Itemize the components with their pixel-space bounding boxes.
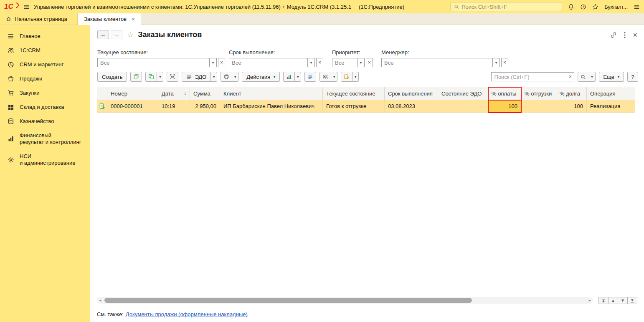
filter-label: Приоритет: bbox=[332, 49, 373, 55]
search-main[interactable] bbox=[578, 72, 589, 82]
column-header-due-date[interactable]: Срок выполнения bbox=[385, 87, 438, 100]
list-search: × bbox=[491, 72, 574, 81]
cell-operation: Реализация bbox=[587, 100, 635, 113]
dropdown-arrow-icon[interactable]: ▾ bbox=[295, 72, 301, 82]
clear-filter-icon[interactable]: × bbox=[316, 58, 323, 67]
sidebar-item-administration[interactable]: НСИ и администрирование bbox=[0, 149, 90, 170]
scroll-right-icon[interactable]: ▸ bbox=[586, 297, 593, 304]
global-search-placeholder: Поиск Ctrl+Shift+F bbox=[461, 4, 507, 10]
create-based-on-main[interactable] bbox=[145, 72, 157, 82]
column-header-edo-state[interactable]: Состояние ЭДО bbox=[438, 87, 488, 100]
sidebar-item-label: 1С:CRM bbox=[20, 47, 41, 54]
back-button[interactable]: ← bbox=[97, 30, 109, 39]
column-date-label: Дата bbox=[162, 91, 174, 97]
posted-document-icon bbox=[99, 103, 105, 109]
scrollbar-thumb[interactable] bbox=[104, 298, 472, 303]
column-header-client[interactable]: Клиент bbox=[220, 87, 323, 100]
filter-priority-value[interactable]: Все bbox=[332, 58, 357, 67]
cell-date: 10:19 bbox=[158, 100, 190, 113]
create-button[interactable]: Создать bbox=[97, 72, 127, 82]
kebab-menu-icon[interactable] bbox=[624, 32, 626, 38]
filter-current-state-value[interactable]: Все bbox=[97, 58, 209, 67]
dropdown-arrow-icon[interactable]: ▾ bbox=[352, 72, 359, 82]
sort-desc-icon[interactable]: ↓ bbox=[184, 91, 186, 96]
edo-main[interactable]: ЭДО bbox=[182, 72, 211, 82]
copy-button[interactable] bbox=[130, 72, 142, 82]
actions-label: Действия bbox=[246, 74, 270, 80]
scroll-left-icon[interactable]: ◂ bbox=[97, 297, 104, 304]
tab-customer-orders[interactable]: Заказы клиентов × bbox=[78, 13, 141, 25]
reports-chart-main[interactable] bbox=[283, 72, 295, 82]
scrollbar-track[interactable] bbox=[104, 297, 586, 304]
column-header-current-state[interactable]: Текущее состояние bbox=[323, 87, 385, 100]
more-label: Еще bbox=[603, 74, 614, 80]
tab-home-page[interactable]: Начальная страница bbox=[0, 13, 78, 25]
go-up-button[interactable] bbox=[608, 297, 618, 304]
column-header-icon[interactable] bbox=[97, 87, 107, 100]
dropdown-arrow-icon[interactable]: ▾ bbox=[307, 58, 315, 67]
filter-manager-value[interactable]: Все bbox=[381, 58, 492, 67]
notifications-bell-icon[interactable] bbox=[568, 4, 574, 10]
go-to-top-button[interactable] bbox=[598, 297, 609, 304]
dropdown-arrow-icon[interactable]: ▾ bbox=[232, 72, 238, 82]
history-icon[interactable] bbox=[580, 4, 586, 10]
cell-current-state: Готов к отгрузке bbox=[323, 100, 385, 113]
actions-button[interactable]: Действия ▾ bbox=[242, 72, 280, 82]
dropdown-arrow-icon[interactable]: ▾ bbox=[589, 72, 596, 82]
sidebar-item-1c-crm[interactable]: 1С:CRM bbox=[0, 43, 90, 58]
tools-menu-icon[interactable] bbox=[634, 4, 640, 10]
filter-due-date-value[interactable]: Все bbox=[229, 58, 307, 67]
sidebar-item-sales[interactable]: Продажи bbox=[0, 72, 90, 86]
global-search-input[interactable]: Поиск Ctrl+Shift+F bbox=[450, 2, 562, 11]
column-header-debt-pct[interactable]: % долга bbox=[556, 87, 587, 100]
column-header-shipment-pct[interactable]: % отгрузки bbox=[521, 87, 556, 100]
dropdown-arrow-icon[interactable]: ▾ bbox=[492, 58, 500, 67]
clear-filter-icon[interactable]: × bbox=[366, 58, 373, 67]
go-down-button[interactable] bbox=[618, 297, 628, 304]
menu-icon bbox=[8, 33, 14, 40]
sidebar-item-treasury[interactable]: Казначейство bbox=[0, 114, 90, 128]
table-row[interactable]: 0000-000001 10:19 2 950,00 ИП Барбариски… bbox=[97, 100, 635, 113]
column-header-payment-pct[interactable]: % оплаты bbox=[488, 87, 521, 100]
get-link-icon[interactable] bbox=[610, 32, 617, 38]
current-user-label[interactable]: Бухгалт... bbox=[604, 4, 628, 10]
more-button[interactable]: Еще ▾ bbox=[599, 72, 624, 82]
sidebar-item-main[interactable]: Главное bbox=[0, 29, 90, 43]
dropdown-arrow-icon[interactable]: ▾ bbox=[157, 72, 163, 82]
clear-filter-icon[interactable]: × bbox=[501, 58, 508, 67]
chart-icon bbox=[286, 74, 292, 80]
print-main[interactable] bbox=[221, 72, 232, 82]
dropdown-arrow-icon[interactable]: ▾ bbox=[357, 58, 365, 67]
bar-chart-icon bbox=[8, 136, 14, 142]
sales-documents-link[interactable]: Документы продажи (оформленные накладные… bbox=[126, 311, 248, 317]
clear-filter-icon[interactable]: × bbox=[218, 58, 225, 67]
clear-search-icon[interactable]: × bbox=[567, 72, 574, 81]
dropdown-arrow-icon[interactable]: ▾ bbox=[211, 72, 217, 82]
main-menu-icon[interactable] bbox=[23, 4, 30, 10]
go-to-bottom-button[interactable] bbox=[627, 297, 637, 304]
favorites-star-icon[interactable] bbox=[592, 4, 598, 10]
column-header-date[interactable]: Дата ↓ bbox=[158, 87, 190, 100]
sidebar-item-warehouse[interactable]: Склад и доставка bbox=[0, 100, 90, 114]
column-header-sum[interactable]: Сумма bbox=[190, 87, 220, 100]
form-window-buttons: × bbox=[610, 32, 637, 38]
column-header-operation[interactable]: Операция bbox=[587, 87, 635, 100]
list-search-input[interactable] bbox=[491, 72, 567, 81]
report-list-button[interactable] bbox=[304, 72, 316, 82]
dropdown-arrow-icon[interactable]: ▾ bbox=[209, 58, 217, 67]
sidebar-item-purchases[interactable]: Закупки bbox=[0, 86, 90, 100]
dropdown-arrow-icon[interactable]: ▾ bbox=[331, 72, 337, 82]
forward-button[interactable]: → bbox=[111, 30, 122, 39]
sidebar-item-financial-result[interactable]: Финансовый результат и контроллинг bbox=[0, 128, 90, 149]
filter-label: Текущее состояние: bbox=[97, 49, 225, 55]
favorite-star-icon[interactable]: ☆ bbox=[127, 30, 134, 39]
help-button[interactable]: ? bbox=[627, 72, 638, 82]
column-header-number[interactable]: Номер bbox=[107, 87, 158, 100]
cell-due-date: 03.08.2023 bbox=[385, 100, 438, 113]
barcode-scan-button[interactable] bbox=[167, 72, 178, 82]
tasks-main[interactable] bbox=[341, 72, 352, 82]
tab-close-icon[interactable]: × bbox=[132, 16, 135, 23]
assign-responsible-main[interactable] bbox=[319, 72, 331, 82]
close-form-icon[interactable]: × bbox=[633, 32, 637, 38]
sidebar-item-crm-marketing[interactable]: CRM и маркетинг bbox=[0, 58, 90, 72]
